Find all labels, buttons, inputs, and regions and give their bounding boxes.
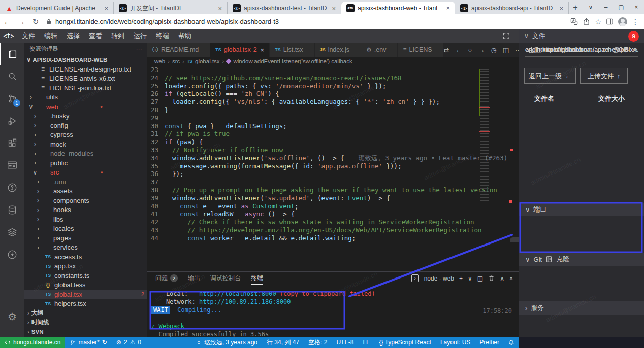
menu-item[interactable]: 编辑 [40, 31, 62, 41]
browser-tab[interactable]: <t> apisix-dashboard-web - TitanI × [341, 2, 455, 14]
git-section-header[interactable]: ∨ Git 克隆 [519, 253, 644, 266]
nav-forward-icon[interactable]: → [478, 46, 485, 54]
tree-item[interactable]: › utils [24, 93, 147, 102]
timeline-section[interactable]: › 时间线 [24, 318, 147, 327]
menu-item[interactable]: 选择 [62, 31, 84, 41]
tree-item[interactable]: TS global.tsx 2 [24, 290, 147, 299]
editor-tab[interactable]: ≡ LICENS [398, 43, 443, 57]
tree-item[interactable]: {} global.less [24, 281, 147, 290]
panel-tab[interactable]: 调试控制台 [210, 272, 241, 285]
tree-item[interactable]: TS access.ts [24, 252, 147, 262]
cursor-position[interactable]: 行 34, 列 47 [262, 337, 304, 348]
layers-icon[interactable] [0, 221, 24, 243]
window-close-button[interactable]: × [629, 4, 644, 11]
breadcrumb-folder[interactable]: src [172, 58, 180, 64]
terminal-shell-name[interactable]: node - web [424, 275, 454, 282]
tab-close-icon[interactable]: × [445, 4, 451, 12]
tree-item[interactable]: ≡ LICENSE-ant-design-pro.txt [24, 64, 147, 74]
tab-close-icon[interactable]: × [331, 5, 337, 12]
eol-indicator[interactable]: LF [358, 337, 374, 348]
new-terminal-icon[interactable]: + [459, 275, 463, 282]
tree-item[interactable]: › config [24, 121, 147, 130]
address-url[interactable]: hongxi.titanide.cn/ide/web/coding/apisix… [55, 18, 279, 25]
browser-tab[interactable]: <t> apisix-dashboard-api - TitanID × [455, 2, 569, 14]
tree-item[interactable]: ∨ web ● [24, 102, 147, 112]
remote-host-indicator[interactable]: hongxi.titanide.cn [0, 337, 65, 348]
tree-item[interactable]: › cypress [24, 130, 147, 140]
nav-back-icon[interactable]: ← [456, 46, 462, 54]
browser-kebab-menu-icon[interactable]: ⋮ [632, 18, 639, 26]
nav-circle-icon[interactable]: ○ [468, 46, 472, 54]
upload-file-button[interactable]: 上传文件 ↑ [580, 68, 628, 84]
browser-tab[interactable]: <t> 开发空间 - TitanIDE × [114, 2, 228, 14]
editor-tab[interactable]: ⚙ .env [361, 43, 398, 57]
tab-close-icon[interactable]: × [261, 46, 265, 54]
tree-item[interactable]: › .umi [24, 177, 147, 187]
menu-item[interactable]: 查看 [84, 31, 107, 41]
tree-item[interactable]: › assets [24, 187, 147, 196]
preview-window-icon[interactable] [0, 154, 24, 177]
side-panel-icon[interactable] [606, 18, 614, 25]
menu-item[interactable]: 转到 [107, 31, 129, 41]
translate-icon[interactable] [570, 18, 578, 25]
history-icon[interactable]: ◷ [491, 46, 496, 54]
new-tab-button[interactable]: + [569, 1, 582, 14]
back-to-parent-button[interactable]: 返回上一级 ← [524, 68, 576, 84]
tree-item[interactable]: TS app.tsx [24, 262, 147, 271]
kill-terminal-icon[interactable] [488, 275, 495, 282]
extensions-icon[interactable] [0, 132, 24, 154]
encoding-indicator[interactable]: UTF-8 [332, 337, 358, 348]
close-panel-icon[interactable]: × [509, 275, 513, 282]
tree-item[interactable]: › libs [24, 215, 147, 224]
maximize-panel-icon[interactable]: ∧ [500, 275, 504, 282]
search-icon[interactable] [0, 65, 24, 87]
outline-section[interactable]: › 大纲 [24, 308, 147, 318]
browser-menu-chevron[interactable]: ∨ [583, 4, 598, 11]
bookmark-star-icon[interactable]: ☆ [595, 18, 601, 26]
menu-item[interactable]: 终端 [151, 31, 174, 41]
browser-tab[interactable]: ▲ Development Guide | Apache × [0, 2, 114, 14]
explorer-more-icon[interactable]: ··· [136, 46, 142, 52]
panel-tab[interactable]: 终端 [251, 272, 263, 285]
tab-close-icon[interactable]: × [103, 5, 109, 12]
timeline-history-icon[interactable] [0, 177, 24, 199]
forward-button[interactable]: → [14, 17, 28, 26]
breadcrumb-file[interactable]: global.tsx [195, 58, 220, 64]
tree-item[interactable]: › hooks [24, 205, 147, 215]
tab-close-icon[interactable]: × [217, 5, 223, 12]
git-branch-indicator[interactable]: master* ↻ [65, 337, 111, 348]
tree-item[interactable]: ≡ LICENSE-json.lua.txt [24, 83, 147, 93]
indentation-indicator[interactable]: 空格: 2 [304, 337, 332, 348]
window-minimize-button[interactable]: – [598, 4, 614, 11]
editor-tab[interactable]: ⓘ README.md [147, 43, 210, 57]
share-icon[interactable] [583, 18, 590, 25]
tree-item[interactable]: › mock [24, 140, 147, 149]
tree-item[interactable]: › services [24, 243, 147, 253]
tree-item[interactable]: › public [24, 158, 147, 168]
fullscreen-icon[interactable] [503, 32, 510, 40]
split-terminal-icon[interactable]: ◫ [477, 275, 483, 282]
formatter-indicator[interactable]: Prettier [475, 337, 504, 348]
tree-item[interactable]: › pages [24, 233, 147, 243]
back-button[interactable]: ← [0, 17, 14, 26]
blame-indicator[interactable]: 琚致远, 3 years ago [191, 337, 262, 348]
settings-gear-icon[interactable]: ⚙ [0, 305, 24, 328]
sync-icon[interactable]: ↻ [102, 339, 107, 346]
breadcrumb[interactable]: web › src › TS global.tsx › window.addEv… [147, 57, 519, 66]
panel-tab[interactable]: 输出 [188, 272, 200, 285]
git-remote-row[interactable]: origin https://github.com/apache/apisix-… [525, 43, 638, 57]
problems-indicator[interactable]: ⊗ 2 ⚠ 0 [112, 337, 146, 348]
run-debug-icon[interactable] [0, 110, 24, 132]
services-section-header[interactable]: › 服务 [519, 301, 644, 315]
menu-item[interactable]: 文件 [17, 31, 40, 41]
breadcrumb-folder[interactable]: web [154, 58, 165, 64]
code-editor[interactable]: 2324// see https://github.com/suren-atoy… [147, 66, 519, 242]
tree-item[interactable]: TS constants.ts [24, 271, 147, 281]
svn-section[interactable]: › SVN [24, 327, 147, 336]
breadcrumb-symbol[interactable]: window.addEventListener('sw.offline') ca… [233, 58, 352, 64]
database-icon[interactable] [0, 199, 24, 221]
menu-item[interactable]: 运行 [129, 31, 151, 41]
tab-close-icon[interactable]: × [558, 5, 564, 12]
editor-tab[interactable]: JS index.js [315, 43, 361, 57]
menu-item[interactable]: 帮助 [174, 31, 196, 41]
